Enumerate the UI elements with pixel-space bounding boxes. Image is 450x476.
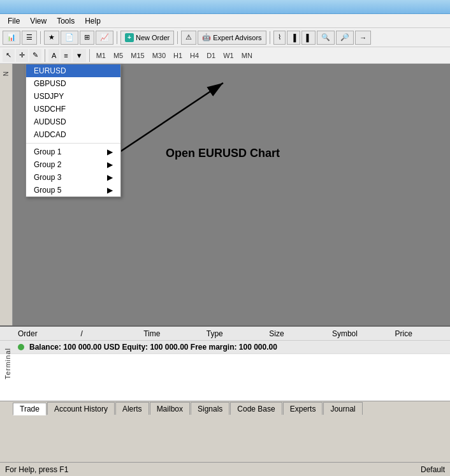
toolbar-btn-10[interactable]: 🔍 bbox=[317, 31, 335, 45]
dropdown-group-5[interactable]: Group 5 ▶ bbox=[26, 184, 120, 197]
arrow-icon: → bbox=[359, 34, 367, 41]
tab-bar: Trade Account History Alerts Mailbox Sig… bbox=[0, 401, 450, 415]
toolbar-btn-1[interactable]: 📊 bbox=[3, 31, 20, 45]
toolbar-btn-6[interactable]: 📈 bbox=[96, 31, 113, 45]
group1-arrow: ▶ bbox=[107, 147, 113, 156]
tab-mailbox[interactable]: Mailbox bbox=[150, 402, 190, 415]
navigator-sidebar: N bbox=[0, 64, 13, 325]
pencil-icon: ✎ bbox=[33, 51, 38, 59]
dropdown-divider-1 bbox=[26, 143, 120, 144]
menu-view[interactable]: View bbox=[25, 15, 52, 27]
zoom-out-icon: 🔎 bbox=[340, 33, 349, 41]
cursor-icon: ↖ bbox=[6, 51, 11, 59]
dropdown-item-audusd[interactable]: AUDUSD bbox=[26, 115, 120, 128]
toolbar-secondary: ↖ ✛ ✎ A ≡ ▼ M1 M5 M15 M30 H1 H4 D1 W1 MN bbox=[0, 47, 450, 64]
tb2-btn-2[interactable]: ✛ bbox=[16, 49, 28, 62]
bar-icon: ▐ bbox=[291, 34, 296, 41]
toolbar-sep-1 bbox=[40, 31, 41, 44]
terminal-text: Terminal bbox=[4, 348, 11, 380]
menu-file[interactable]: File bbox=[3, 15, 25, 27]
tab-experts[interactable]: Experts bbox=[283, 402, 323, 415]
group5-arrow: ▶ bbox=[107, 186, 113, 195]
help-text: For Help, press F1 bbox=[5, 465, 68, 474]
tab-code-base[interactable]: Code Base bbox=[230, 402, 282, 415]
expert-advisors-button[interactable]: 🤖 Expert Advisors bbox=[198, 31, 266, 45]
group3-arrow: ▶ bbox=[107, 173, 113, 182]
menu-help[interactable]: Help bbox=[80, 15, 106, 27]
main-area: N EURUSD GBPUSD USDJPY USDCHF AUDUSD AUD… bbox=[0, 64, 450, 325]
tb2-dropdown-arrow[interactable]: ▼ bbox=[73, 49, 86, 62]
tb2-btn-3[interactable]: ✎ bbox=[29, 49, 41, 62]
period-m30[interactable]: M30 bbox=[149, 49, 169, 62]
expert-advisors-label: Expert Advisors bbox=[213, 34, 261, 41]
period-m15[interactable]: M15 bbox=[127, 49, 147, 62]
status-indicator bbox=[18, 344, 24, 350]
period-h1[interactable]: H1 bbox=[170, 49, 185, 62]
tab-journal[interactable]: Journal bbox=[323, 402, 362, 415]
menu-tools[interactable]: Tools bbox=[52, 15, 80, 27]
toolbar-btn-9[interactable]: ▌ bbox=[301, 31, 316, 45]
chart-icon: 📊 bbox=[7, 33, 16, 41]
chart-area[interactable]: EURUSD GBPUSD USDJPY USDCHF AUDUSD AUDCA… bbox=[13, 64, 450, 325]
bar2-icon: ▌ bbox=[306, 34, 311, 41]
toolbar-btn-12[interactable]: → bbox=[355, 31, 371, 45]
toolbar-sep-3 bbox=[177, 31, 178, 44]
new-order-button[interactable]: + New Order bbox=[120, 31, 174, 45]
status-bar: For Help, press F1 Default bbox=[0, 462, 450, 476]
period-mn[interactable]: MN bbox=[238, 49, 256, 62]
toolbar-btn-4[interactable]: 📄 bbox=[61, 31, 78, 45]
list-icon: ☰ bbox=[26, 33, 33, 41]
doc-icon: 📄 bbox=[65, 33, 74, 41]
dropdown-group-3[interactable]: Group 3 ▶ bbox=[26, 171, 120, 184]
tb2-sep-2 bbox=[89, 49, 90, 62]
dropdown-group-1[interactable]: Group 1 ▶ bbox=[26, 145, 120, 158]
table-body bbox=[0, 354, 450, 401]
line-icon: ⌇ bbox=[278, 33, 281, 41]
col-price: Price bbox=[395, 329, 445, 338]
col-size: Size bbox=[269, 329, 319, 338]
warning-icon-btn[interactable]: ⚠ bbox=[181, 31, 196, 45]
group2-arrow: ▶ bbox=[107, 160, 113, 169]
toolbar-btn-5[interactable]: ⊞ bbox=[80, 31, 94, 45]
dropdown-item-usdjpy[interactable]: USDJPY bbox=[26, 90, 120, 103]
dropdown-item-gbpusd[interactable]: GBPUSD bbox=[26, 77, 120, 90]
tab-signals[interactable]: Signals bbox=[191, 402, 229, 415]
zoom-in-icon: 🔍 bbox=[321, 33, 330, 41]
period-w1[interactable]: W1 bbox=[220, 49, 237, 62]
dropdown-group-2[interactable]: Group 2 ▶ bbox=[26, 158, 120, 171]
balance-row: Balance: 100 000.00 USD Equity: 100 000.… bbox=[0, 341, 450, 354]
tb2-btn-5[interactable]: ≡ bbox=[61, 49, 71, 62]
toolbar-sep-2 bbox=[117, 31, 117, 44]
toolbar-main: 📊 ☰ ★ 📄 ⊞ 📈 + New Order ⚠ 🤖 Expert Advis… bbox=[0, 28, 450, 47]
grid-icon: ⊞ bbox=[84, 33, 90, 41]
toolbar-btn-8[interactable]: ▐ bbox=[287, 31, 301, 45]
toolbar-btn-11[interactable]: 🔎 bbox=[336, 31, 354, 45]
dropdown-item-audcad[interactable]: AUDCAD bbox=[26, 128, 120, 141]
tab-alerts[interactable]: Alerts bbox=[115, 402, 149, 415]
group2-label: Group 2 bbox=[34, 160, 61, 169]
dropdown-item-usdchf[interactable]: USDCHF bbox=[26, 103, 120, 115]
col-symbol: Symbol bbox=[332, 329, 382, 338]
group1-label: Group 1 bbox=[34, 147, 61, 156]
period-h4[interactable]: H4 bbox=[187, 49, 202, 62]
toolbar-btn-2[interactable]: ☰ bbox=[22, 31, 37, 45]
tab-trade[interactable]: Trade bbox=[13, 403, 47, 415]
toolbar-btn-7[interactable]: ⌇ bbox=[273, 31, 286, 45]
balance-text: Balance: 100 000.00 USD Equity: 100 000.… bbox=[29, 343, 277, 352]
group5-label: Group 5 bbox=[34, 186, 61, 195]
period-m1[interactable]: M1 bbox=[93, 49, 109, 62]
bottom-panel: Terminal Order / Time Type Size Symbol P… bbox=[0, 325, 450, 415]
tb2-btn-period-dropdown[interactable]: A bbox=[48, 49, 59, 62]
tab-account-history[interactable]: Account History bbox=[47, 402, 115, 415]
period-d1[interactable]: D1 bbox=[203, 49, 219, 62]
title-bar bbox=[0, 0, 450, 14]
col-time: Time bbox=[143, 329, 194, 338]
toolbar-btn-3[interactable]: ★ bbox=[44, 31, 59, 45]
menu-bar: File View Tools Help bbox=[0, 14, 450, 28]
period-m5[interactable]: M5 bbox=[110, 49, 126, 62]
robot-icon: 🤖 bbox=[202, 33, 211, 41]
col-type: Type bbox=[207, 329, 257, 338]
group3-label: Group 3 bbox=[34, 173, 61, 182]
dropdown-item-eurusd[interactable]: EURUSD bbox=[26, 64, 120, 77]
tb2-btn-1[interactable]: ↖ bbox=[3, 49, 15, 62]
